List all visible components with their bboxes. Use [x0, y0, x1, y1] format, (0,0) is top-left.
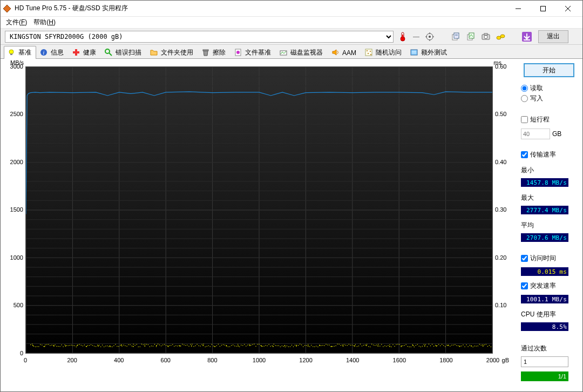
svg-rect-147	[46, 344, 47, 345]
temperature-settings-icon[interactable]	[424, 31, 436, 43]
check-access-time[interactable]: 访问时间	[521, 254, 577, 263]
svg-rect-410	[476, 346, 477, 347]
svg-rect-366	[404, 345, 405, 346]
svg-rect-197	[128, 344, 128, 345]
svg-rect-150	[51, 345, 52, 346]
svg-rect-204	[140, 347, 140, 347]
tab-error-scan[interactable]: 错误扫描	[101, 46, 146, 59]
radio-read[interactable]: 读取	[521, 84, 577, 93]
svg-rect-220	[166, 345, 166, 346]
svg-rect-283	[269, 344, 269, 344]
svg-rect-342	[365, 344, 365, 345]
svg-rect-274	[254, 344, 254, 344]
maximize-button[interactable]	[531, 1, 555, 16]
svg-rect-311	[314, 347, 315, 347]
passes-input[interactable]: 1	[521, 356, 568, 367]
svg-rect-97	[32, 345, 33, 346]
svg-rect-118	[273, 346, 274, 347]
svg-point-43	[368, 53, 369, 54]
svg-rect-98	[44, 346, 45, 347]
tab-erase[interactable]: 擦除	[198, 46, 231, 59]
svg-rect-201	[135, 345, 135, 346]
svg-rect-143	[40, 344, 40, 345]
check-short-stroke[interactable]: 短行程	[521, 115, 577, 124]
svg-rect-202	[137, 344, 137, 344]
svg-rect-246	[208, 346, 209, 346]
svg-rect-405	[467, 346, 468, 347]
svg-rect-177	[96, 346, 96, 347]
svg-rect-375	[419, 346, 419, 347]
svg-rect-357	[389, 344, 390, 345]
tab-random-access[interactable]: 随机访问	[361, 46, 406, 59]
tab-folder-usage[interactable]: 文件夹使用	[146, 46, 198, 59]
tab-disk-monitor[interactable]: 磁盘监视器	[276, 46, 328, 59]
svg-rect-276	[257, 344, 257, 344]
options-icon[interactable]	[495, 31, 507, 43]
svg-rect-230	[182, 344, 182, 344]
toolbar: KINGSTON SFYRD2000G (2000 gB) — 退出	[1, 29, 582, 45]
svg-rect-154	[58, 346, 58, 347]
svg-rect-372	[414, 347, 415, 347]
random-icon	[365, 49, 374, 57]
svg-rect-153	[56, 346, 57, 347]
search-icon	[105, 49, 113, 57]
tab-extra-tests[interactable]: 额外测试	[406, 46, 452, 59]
svg-rect-212	[153, 346, 153, 347]
svg-rect-7	[402, 35, 403, 39]
svg-rect-409	[474, 346, 475, 346]
svg-rect-165	[76, 347, 77, 347]
svg-rect-345	[370, 347, 370, 347]
svg-rect-259	[229, 346, 230, 347]
copy-image-icon[interactable]	[465, 31, 477, 43]
drive-select[interactable]: KINGSTON SFYRD2000G (2000 gB)	[5, 31, 394, 43]
check-burst[interactable]: 突发速率	[521, 281, 577, 290]
svg-rect-280	[263, 346, 264, 347]
start-button[interactable]: 开始	[524, 63, 574, 77]
svg-rect-281	[265, 345, 266, 346]
svg-rect-152	[55, 344, 55, 345]
svg-rect-287	[275, 345, 276, 346]
svg-rect-400	[459, 346, 460, 346]
svg-rect-185	[109, 346, 109, 347]
svg-rect-105	[121, 344, 122, 346]
svg-rect-141	[37, 346, 37, 347]
tab-aam[interactable]: AAM	[328, 46, 361, 59]
svg-rect-397	[455, 344, 455, 345]
svg-rect-236	[192, 344, 192, 344]
svg-rect-184	[107, 346, 107, 346]
short-stroke-input[interactable]	[521, 129, 550, 139]
minimize-button[interactable]	[506, 1, 531, 16]
monitor-icon	[280, 49, 288, 57]
check-transfer-rate[interactable]: 传输速率	[521, 150, 577, 159]
menu-file[interactable]: 文件(F)	[3, 17, 30, 28]
svg-rect-296	[290, 346, 290, 347]
svg-rect-190	[117, 346, 117, 347]
svg-rect-308	[309, 346, 310, 347]
svg-rect-213	[154, 344, 155, 344]
svg-rect-237	[193, 346, 194, 347]
close-button[interactable]	[555, 1, 580, 16]
svg-rect-104	[110, 346, 111, 347]
svg-rect-146	[45, 344, 45, 345]
svg-rect-304	[303, 346, 303, 347]
menu-help[interactable]: 帮助(H)	[30, 17, 59, 28]
tab-benchmark[interactable]: 基准	[4, 46, 36, 59]
svg-rect-324	[336, 346, 336, 346]
svg-rect-369	[409, 347, 410, 347]
radio-write[interactable]: 写入	[521, 94, 577, 103]
svg-rect-261	[233, 344, 233, 345]
svg-rect-252	[218, 344, 219, 344]
tab-health[interactable]: 健康	[69, 46, 101, 59]
svg-rect-156	[61, 344, 62, 345]
svg-rect-358	[391, 347, 391, 347]
tab-info[interactable]: i信息	[36, 46, 69, 59]
screenshot-icon[interactable]	[480, 31, 492, 43]
info-icon: i	[40, 49, 49, 57]
copy-text-icon[interactable]	[450, 31, 462, 43]
tab-file-benchmark[interactable]: 文件基准	[231, 46, 276, 59]
svg-rect-347	[373, 344, 374, 345]
svg-rect-216	[159, 344, 160, 345]
svg-rect-188	[113, 346, 114, 346]
save-icon[interactable]	[521, 31, 533, 43]
exit-button[interactable]: 退出	[538, 30, 568, 43]
